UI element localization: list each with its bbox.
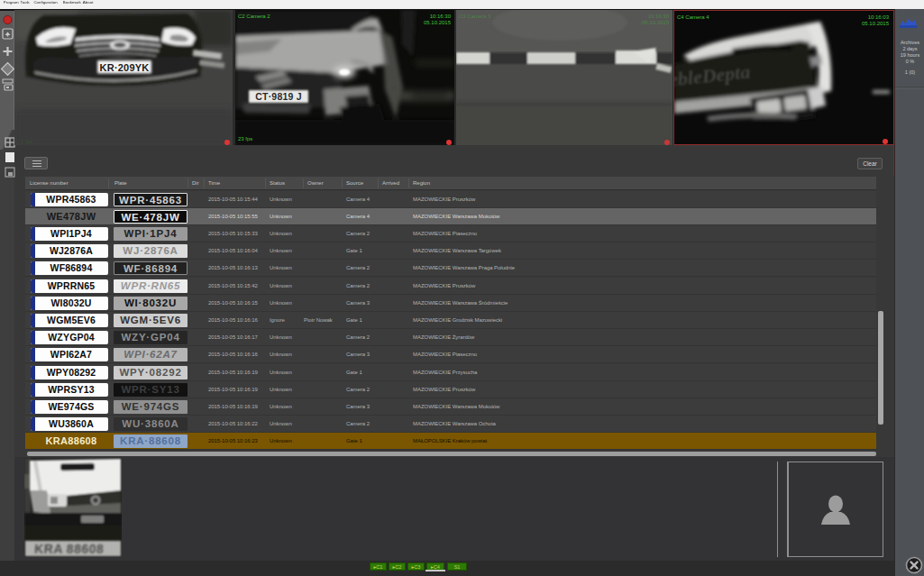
svg-text:CT·9819 J: CT·9819 J (255, 91, 301, 102)
svg-text:KR·209YK: KR·209YK (100, 62, 150, 73)
svg-text:KRA 88608: KRA 88608 (34, 542, 105, 556)
svg-text:1 fps: 1 fps (21, 139, 32, 144)
